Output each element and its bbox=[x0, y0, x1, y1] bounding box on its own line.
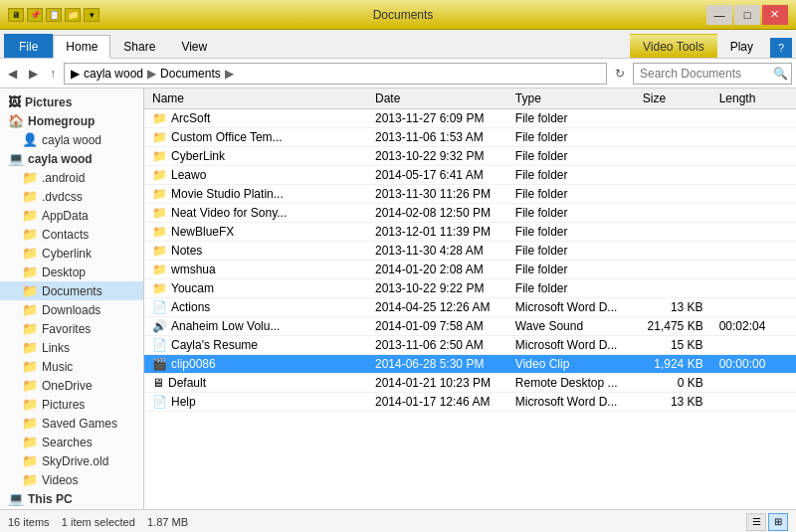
quick-access-icon2[interactable]: 📋 bbox=[46, 8, 62, 22]
col-header-type[interactable]: Type bbox=[507, 89, 635, 109]
file-icon: 📁 bbox=[152, 130, 167, 144]
folder-icon: 📁 bbox=[22, 340, 38, 355]
quick-access-icon3[interactable]: 📁 bbox=[65, 8, 81, 22]
sidebar-item-pictures-top[interactable]: 🖼Pictures bbox=[0, 92, 143, 111]
table-row[interactable]: 📄Actions2014-04-25 12:26 AMMicrosoft Wor… bbox=[144, 298, 796, 317]
up-button[interactable]: ↑ bbox=[46, 65, 60, 83]
path-part-1[interactable]: cayla wood bbox=[84, 67, 143, 81]
sidebar-item-saved-games[interactable]: 📁Saved Games bbox=[0, 414, 143, 433]
table-row[interactable]: 📄Cayla's Resume2013-11-06 2:50 AMMicroso… bbox=[144, 336, 796, 355]
main-area: 🖼Pictures🏠Homegroup👤cayla wood💻cayla woo… bbox=[0, 89, 796, 509]
sidebar-item-cayla-wood[interactable]: 💻cayla wood bbox=[0, 149, 143, 168]
sidebar-item-desktop[interactable]: 📁Desktop bbox=[0, 263, 143, 281]
col-header-date[interactable]: Date bbox=[367, 89, 507, 109]
file-date-cell: 2013-11-30 4:28 AM bbox=[367, 242, 507, 261]
sidebar-item-music[interactable]: 📁Music bbox=[0, 357, 143, 376]
tab-home[interactable]: Home bbox=[53, 35, 110, 59]
folder-icon: 📁 bbox=[22, 435, 38, 449]
dropdown-arrow[interactable]: ▾ bbox=[84, 8, 100, 22]
table-row[interactable]: 🖥Default2014-01-21 10:23 PMRemote Deskto… bbox=[144, 374, 796, 393]
file-length-cell bbox=[711, 185, 796, 204]
sidebar-item-label: SkyDrive.old bbox=[42, 454, 108, 468]
tab-share[interactable]: Share bbox=[110, 34, 168, 58]
sidebar-item-documents[interactable]: 📁Documents bbox=[0, 281, 143, 300]
sidebar-item-label: Favorites bbox=[42, 322, 91, 336]
sidebar-item-cyberlink[interactable]: 📁Cyberlink bbox=[0, 244, 143, 263]
sidebar-item-links[interactable]: 📁Links bbox=[0, 338, 143, 357]
sidebar-item-label: Videos bbox=[42, 473, 78, 487]
tab-play[interactable]: Play bbox=[717, 34, 766, 58]
refresh-button[interactable]: ↻ bbox=[611, 65, 629, 83]
sidebar-item-dvdcss[interactable]: 📁.dvdcss bbox=[0, 187, 143, 206]
file-date-cell: 2013-11-06 2:50 AM bbox=[367, 336, 507, 355]
sidebar-item-onedrive[interactable]: 📁OneDrive bbox=[0, 376, 143, 395]
table-row[interactable]: 📁Movie Studio Platin...2013-11-30 11:26 … bbox=[144, 185, 796, 204]
sidebar-item-label: OneDrive bbox=[42, 379, 93, 393]
sidebar-item-android[interactable]: 📁.android bbox=[0, 168, 143, 187]
col-header-name[interactable]: Name bbox=[144, 89, 367, 109]
sidebar-item-skydrive-old[interactable]: 📁SkyDrive.old bbox=[0, 451, 143, 470]
file-icon: 🎬 bbox=[152, 357, 167, 371]
minimize-button[interactable]: — bbox=[706, 5, 732, 25]
back-button[interactable]: ◀ bbox=[4, 65, 21, 83]
size-info: 1.87 MB bbox=[147, 516, 188, 528]
table-row[interactable]: 🔊Anaheim Low Volu...2014-01-09 7:58 AMWa… bbox=[144, 317, 796, 336]
col-header-length[interactable]: Length bbox=[711, 89, 796, 109]
table-row[interactable]: 📁Neat Video for Sony...2014-02-08 12:50 … bbox=[144, 204, 796, 223]
window-icon: 🖥 bbox=[8, 8, 24, 22]
table-row[interactable]: 📁Notes2013-11-30 4:28 AMFile folder bbox=[144, 242, 796, 261]
sidebar-item-contacts[interactable]: 📁Contacts bbox=[0, 225, 143, 244]
table-row[interactable]: 📁Leawo2014-05-17 6:41 AMFile folder bbox=[144, 166, 796, 185]
file-type-cell: File folder bbox=[507, 204, 635, 223]
sidebar-item-label: Music bbox=[42, 360, 73, 374]
file-name-cell: 📁Movie Studio Platin... bbox=[144, 185, 367, 204]
table-row[interactable]: 📁Custom Office Tem...2013-11-06 1:53 AMF… bbox=[144, 128, 796, 147]
forward-button[interactable]: ▶ bbox=[25, 65, 42, 83]
sidebar-item-label: Saved Games bbox=[42, 417, 117, 431]
file-date-cell: 2014-01-17 12:46 AM bbox=[367, 393, 507, 412]
table-row[interactable]: 📄Help2014-01-17 12:46 AMMicrosoft Word D… bbox=[144, 393, 796, 412]
sidebar-item-cayla-wood-hg[interactable]: 👤cayla wood bbox=[0, 130, 143, 149]
table-row[interactable]: 📁NewBlueFX2013-12-01 11:39 PMFile folder bbox=[144, 223, 796, 242]
sidebar-item-downloads[interactable]: 📁Downloads bbox=[0, 300, 143, 319]
search-input[interactable] bbox=[633, 63, 792, 85]
file-size-cell bbox=[635, 242, 711, 261]
sidebar-item-videos[interactable]: 📁Videos bbox=[0, 470, 143, 489]
folder-icon: 📁 bbox=[22, 359, 38, 374]
table-row[interactable]: 📁CyberLink2013-10-22 9:32 PMFile folder bbox=[144, 147, 796, 166]
table-row[interactable]: 📁Youcam2013-10-22 9:22 PMFile folder bbox=[144, 279, 796, 298]
tab-video-tools[interactable]: Video Tools bbox=[630, 34, 717, 58]
table-row[interactable]: 🎬clip00862014-06-28 5:30 PMVideo Clip1,9… bbox=[144, 355, 796, 374]
table-row[interactable]: 📁ArcSoft2013-11-27 6:09 PMFile folder bbox=[144, 109, 796, 128]
quick-access-icon[interactable]: 📌 bbox=[27, 8, 43, 22]
search-icon: 🔍 bbox=[773, 67, 788, 81]
table-row[interactable]: 📁wmshua2014-01-20 2:08 AMFile folder bbox=[144, 261, 796, 279]
close-button[interactable]: ✕ bbox=[762, 5, 788, 25]
file-type-cell: File folder bbox=[507, 166, 635, 185]
sidebar-item-favorites[interactable]: 📁Favorites bbox=[0, 319, 143, 338]
help-button[interactable]: ? bbox=[770, 38, 792, 58]
tab-view[interactable]: View bbox=[168, 34, 220, 58]
folder-icon: 📁 bbox=[22, 189, 38, 204]
path-part-2[interactable]: Documents bbox=[160, 67, 221, 81]
file-name-cell: 📁Notes bbox=[144, 242, 367, 261]
sidebar-item-this-pc[interactable]: 💻This PC bbox=[0, 489, 143, 508]
file-type-cell: File folder bbox=[507, 185, 635, 204]
sidebar-item-appdata[interactable]: 📁AppData bbox=[0, 206, 143, 225]
file-name-cell: 🎬clip0086 bbox=[144, 355, 367, 374]
file-icon: 📁 bbox=[152, 168, 167, 182]
file-length-cell bbox=[711, 223, 796, 242]
sidebar-item-homegroup[interactable]: 🏠Homegroup bbox=[0, 111, 143, 130]
selected-info: 1 item selected bbox=[62, 516, 135, 528]
address-path[interactable]: ▶ cayla wood ▶ Documents ▶ bbox=[64, 63, 607, 85]
sidebar-item-searches[interactable]: 📁Searches bbox=[0, 433, 143, 451]
sidebar-item-pictures[interactable]: 📁Pictures bbox=[0, 395, 143, 414]
maximize-button[interactable]: □ bbox=[734, 5, 760, 25]
title-bar-left: 🖥 📌 📋 📁 ▾ bbox=[8, 8, 100, 22]
file-icon: 🔊 bbox=[152, 319, 167, 333]
tab-file[interactable]: File bbox=[4, 34, 53, 58]
col-header-size[interactable]: Size bbox=[635, 89, 711, 109]
file-name-cell: 📁CyberLink bbox=[144, 147, 367, 166]
list-view-button[interactable]: ⊞ bbox=[768, 513, 788, 531]
details-view-button[interactable]: ☰ bbox=[746, 513, 766, 531]
